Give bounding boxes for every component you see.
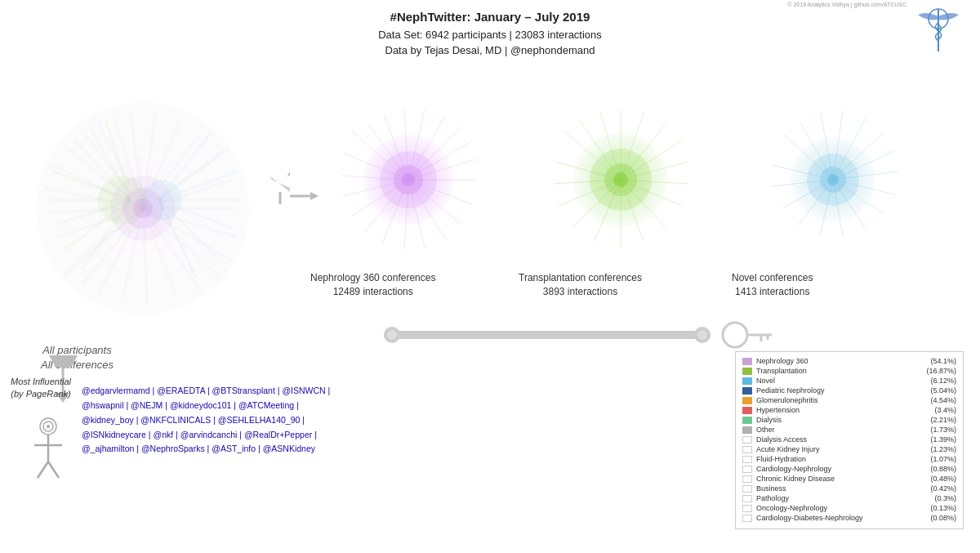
legend-item: Transplantation(16.87%)	[742, 367, 956, 375]
legend-item: Oncology-Nephrology(0.13%)	[742, 504, 956, 512]
legend-item: Chronic Kidney Disease(0.48%)	[742, 475, 956, 483]
legend-item: Acute Kidney Injury(1.23%)	[742, 445, 956, 453]
legend-percentage: (3.4%)	[920, 406, 956, 414]
svg-marker-163	[49, 355, 78, 368]
person-icon	[26, 417, 71, 492]
svg-point-49	[141, 180, 182, 221]
legend-percentage: (0.08%)	[920, 514, 956, 522]
legend-label: Chronic Kidney Disease	[756, 475, 920, 483]
legend-item: Dialysis Access(1.39%)	[742, 435, 956, 444]
legend-label: Dialysis	[756, 416, 920, 424]
legend-item: Hypertension(3.4%)	[742, 406, 956, 414]
label-novel: Novel conferences 1413 interactions	[732, 271, 813, 299]
legend-color-swatch	[742, 387, 752, 395]
header-line2: Data Set: 6942 participants | 23083 inte…	[0, 27, 980, 43]
legend-percentage: (54.1%)	[920, 357, 956, 365]
legend-color-swatch	[742, 426, 752, 434]
label-neph360: Nephrology 360 conferences 12489 interac…	[310, 271, 435, 299]
legend-percentage: (16.87%)	[920, 367, 956, 375]
header-line3: Data by Tejas Desai, MD | @nephondemand	[0, 42, 980, 59]
legend-percentage: (0.42%)	[920, 484, 956, 493]
legend-color-swatch	[742, 475, 752, 483]
legend-percentage: (1.23%)	[920, 445, 956, 453]
svg-point-98	[402, 173, 415, 186]
svg-point-132	[613, 172, 628, 187]
legend-label: Nephrology 360	[756, 357, 920, 365]
svg-point-158	[697, 330, 707, 340]
legend-percentage: (1.07%)	[920, 455, 956, 463]
svg-marker-70	[270, 176, 290, 192]
legend-percentage: (1.39%)	[920, 435, 956, 444]
legend-percentage: (0.13%)	[920, 504, 956, 512]
legend-item: Pediatric Nephrology(5.04%)	[742, 386, 956, 395]
svg-marker-73	[310, 192, 318, 200]
svg-point-48	[98, 176, 147, 225]
svg-point-156	[387, 330, 397, 340]
legend-color-swatch	[742, 368, 752, 375]
legend-label: Dialysis Access	[756, 435, 920, 444]
legend-item: Dialysis(2.21%)	[742, 416, 956, 424]
legend-item: Cardiology-Diabetes-Nephrology(0.08%)	[742, 514, 956, 522]
legend-label: Glomerulonephritis	[756, 396, 920, 404]
legend-color-swatch	[742, 446, 752, 453]
legend-item: Novel(6.12%)	[742, 377, 956, 385]
legend-color-swatch	[742, 466, 752, 473]
legend-percentage: (6.12%)	[920, 377, 956, 385]
graph-all-participants	[16, 82, 270, 335]
svg-marker-69	[270, 172, 290, 176]
legend-label: Fluid-Hydration	[756, 455, 920, 463]
legend-label: Pathology	[756, 494, 920, 502]
legend-percentage: (0.48%)	[920, 475, 956, 483]
legend-color-swatch	[742, 456, 752, 463]
label-transplantation: Transplantation conferences 3893 interac…	[519, 271, 642, 299]
legend-percentage: (1.73%)	[920, 426, 956, 434]
legend-color-swatch	[742, 407, 752, 414]
legend-percentage: (5.04%)	[920, 386, 956, 395]
legend-color-swatch	[742, 505, 752, 512]
graph-transplantation	[539, 98, 702, 261]
legend-color-swatch	[742, 436, 752, 444]
svg-line-172	[38, 462, 48, 478]
legend-label: Cardiology-Diabetes-Nephrology	[756, 514, 920, 522]
svg-point-153	[827, 174, 839, 185]
header-title: #NephTwitter: January – July 2019	[0, 8, 980, 27]
legend-color-swatch	[742, 417, 752, 424]
legend-item: Glomerulonephritis(4.54%)	[742, 396, 956, 404]
legend-percentage: (0.88%)	[920, 465, 956, 473]
svg-line-173	[48, 462, 59, 478]
influencers-list: @edgarvlermamd | @ERAEDTA | @BTStranspla…	[82, 384, 351, 457]
svg-point-169	[47, 425, 50, 428]
legend-color-swatch	[742, 485, 752, 493]
legend-label: Oncology-Nephrology	[756, 504, 920, 512]
key-bar	[384, 319, 808, 351]
legend-label: Novel	[756, 377, 920, 385]
main-area: All participants All conferences Nephrol…	[0, 65, 980, 553]
legend-label: Business	[756, 484, 920, 493]
legend-label: Pediatric Nephrology	[756, 386, 920, 395]
legend-label: Hypertension	[756, 406, 920, 414]
legend-item: Business(0.42%)	[742, 484, 956, 493]
svg-rect-154	[384, 331, 710, 339]
legend-label: Acute Kidney Injury	[756, 445, 920, 453]
legend-color-swatch	[742, 358, 752, 365]
legend-item: Other(1.73%)	[742, 426, 956, 434]
svg-point-159	[723, 323, 747, 347]
medical-logo	[910, 7, 967, 56]
legend-item: Fluid-Hydration(1.07%)	[742, 455, 956, 463]
legend-color-swatch	[742, 515, 752, 522]
legend-item: Cardiology-Nephrology(0.88%)	[742, 465, 956, 473]
filter-arrow-right	[270, 172, 318, 219]
legend-color-swatch	[742, 397, 752, 404]
header: #NephTwitter: January – July 2019 Data S…	[0, 0, 980, 59]
graph-novel	[751, 98, 915, 261]
legend-percentage: (2.21%)	[920, 416, 956, 424]
legend-label: Cardiology-Nephrology	[756, 465, 920, 473]
legend-box: Nephrology 360(54.1%)Transplantation(16.…	[735, 351, 964, 529]
legend-percentage: (4.54%)	[920, 396, 956, 404]
graph-nephrology360	[327, 98, 490, 261]
legend-label: Other	[756, 426, 920, 434]
legend-color-swatch	[742, 495, 752, 502]
copyright-text: © 2019 Analytics Vidhya | github.com/ATC…	[787, 2, 906, 7]
legend-item: Nephrology 360(54.1%)	[742, 357, 956, 365]
legend-item: Pathology(0.3%)	[742, 494, 956, 502]
